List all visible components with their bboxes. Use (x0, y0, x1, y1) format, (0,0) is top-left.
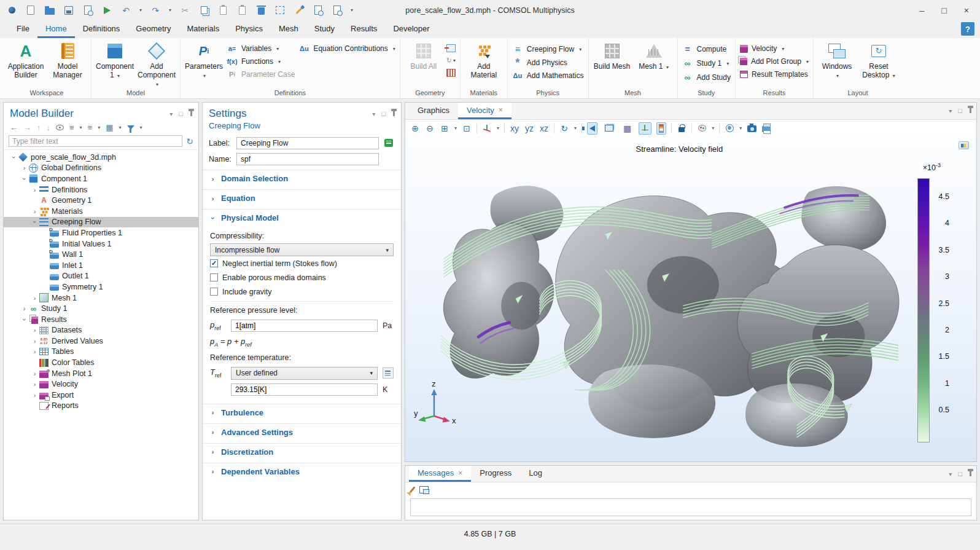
chevron-icon[interactable]: › (21, 175, 28, 183)
tab-progress[interactable]: Progress (471, 466, 520, 482)
menu-tab-materials[interactable]: Materials (179, 20, 227, 38)
show-grid-toggle[interactable]: ▦ (621, 122, 634, 135)
section-turbulence[interactable]: › Turbulence (203, 404, 401, 421)
chevron-icon[interactable]: › (20, 164, 28, 171)
compute-button[interactable]: = Compute (682, 44, 731, 54)
tab-log[interactable]: Log (520, 466, 551, 482)
tree-item-component1[interactable]: ›Component 1 (4, 173, 198, 184)
remove-details-button[interactable] (446, 69, 456, 77)
import-geometry-button[interactable] (446, 44, 456, 52)
copy-button[interactable] (198, 5, 209, 16)
chevron-icon[interactable]: › (31, 294, 39, 302)
tree-item-geometry1[interactable]: AGeometry 1 (4, 195, 198, 206)
parameters-button[interactable]: Pi Parameters▾ (185, 40, 223, 80)
pin-icon[interactable] (190, 111, 192, 116)
delete-button[interactable] (255, 5, 266, 16)
reference-pressure-input[interactable] (231, 320, 378, 332)
move-down-button[interactable]: ↓ (47, 123, 51, 132)
menu-tab-home[interactable]: Home (37, 20, 75, 38)
caret-down-icon[interactable]: ▾ (497, 125, 499, 131)
add-physics-button[interactable]: * Add Physics (512, 58, 584, 67)
show-color-legend-toggle[interactable] (656, 122, 666, 135)
add-material-button[interactable]: Add Material (465, 40, 503, 80)
rebuild-button[interactable]: ↻▾ (446, 57, 456, 65)
caret-down-icon[interactable]: ▾ (739, 125, 742, 131)
tree-item-color-tables[interactable]: Color Tables (4, 357, 198, 368)
tab-velocity[interactable]: Velocity× (458, 103, 511, 119)
result-templates-button[interactable]: Result Templates (740, 70, 809, 79)
menu-tab-definitions[interactable]: Definitions (75, 20, 128, 38)
chevron-icon[interactable]: › (31, 337, 39, 345)
model-tree-nodes-button[interactable]: ▦ (106, 123, 113, 132)
compressibility-select[interactable]: Incompressible flow ▾ (210, 243, 394, 256)
float-panel-icon[interactable]: □ (381, 110, 386, 117)
velocity-plot-button[interactable]: Velocity ▾ (740, 44, 809, 53)
menu-tab-mesh[interactable]: Mesh (271, 20, 306, 38)
add-study-button[interactable]: ∞ Add Study (682, 73, 731, 82)
rename-label-button[interactable] (383, 138, 395, 149)
parameter-case-button[interactable]: Pi Parameter Case (227, 70, 295, 79)
expand-all-button[interactable]: ≡ (69, 123, 74, 132)
graphics-viewport[interactable]: Streamline: Velocity field (405, 136, 976, 462)
tree-item-mesh1[interactable]: ›Mesh 1 (4, 293, 198, 304)
highlight-button[interactable] (294, 5, 305, 16)
zoom-out-icon[interactable]: ⊖ (425, 122, 435, 135)
view-xy-icon[interactable]: xy (510, 122, 519, 135)
tree-item-global-definitions[interactable]: ›Global Definitions (4, 163, 198, 174)
pin-icon[interactable] (970, 471, 971, 476)
equation-contributions-button[interactable]: Δu Equation Contributions ▾ (298, 44, 395, 53)
checkbox-icon[interactable] (210, 288, 218, 296)
help-button[interactable]: ? (961, 22, 974, 36)
name-input[interactable] (236, 153, 379, 165)
checkbox-checked-icon[interactable]: ✓ (210, 259, 218, 267)
scene-light-toggle[interactable] (587, 122, 597, 135)
back-button[interactable]: ← (10, 123, 18, 132)
tree-item-initial-values1[interactable]: Initial Values 1 (4, 238, 198, 249)
chevron-icon[interactable]: › (21, 315, 28, 323)
menu-tab-study[interactable]: Study (306, 20, 343, 38)
paste-button[interactable] (217, 5, 228, 16)
select-and-hide-icon[interactable] (677, 122, 686, 135)
chevron-icon[interactable]: › (31, 391, 39, 399)
zoom-extents-icon[interactable]: ⊡ (462, 122, 472, 135)
reference-temperature-select[interactable]: User defined ▾ (231, 367, 378, 380)
collapse-all-button[interactable]: ≡ (88, 123, 93, 132)
panel-menu-icon[interactable]: ▾ (169, 111, 173, 117)
rotate-view-icon[interactable]: ↻ (559, 122, 569, 135)
print-icon[interactable] (761, 122, 771, 135)
application-builder-button[interactable]: A Application Builder (7, 40, 45, 80)
close-button[interactable]: × (964, 6, 969, 15)
tree-item-results[interactable]: ›Results (4, 314, 198, 325)
forward-button[interactable]: → (23, 123, 31, 132)
run-button[interactable] (101, 5, 112, 16)
pin-icon[interactable] (393, 111, 395, 116)
panel-menu-icon[interactable]: ▾ (949, 108, 952, 114)
float-panel-icon[interactable]: □ (958, 107, 962, 114)
message-table-icon[interactable] (419, 486, 429, 493)
open-file-button[interactable] (44, 5, 55, 16)
close-tab-icon[interactable]: × (499, 106, 503, 114)
pin-icon[interactable] (970, 108, 971, 113)
chevron-icon[interactable]: › (31, 326, 39, 334)
menu-tab-physics[interactable]: Physics (227, 20, 271, 38)
environment-reflections-toggle[interactable] (602, 122, 616, 135)
filter-input[interactable] (9, 135, 182, 147)
go-to-view-icon[interactable] (482, 122, 492, 135)
chevron-icon[interactable]: › (10, 153, 18, 161)
reset-desktop-button[interactable]: ↻ Reset Desktop ▾ (860, 40, 898, 80)
minimize-button[interactable]: – (920, 6, 925, 15)
build-all-button[interactable]: Build All (405, 40, 443, 71)
temperature-list-button[interactable] (383, 367, 394, 379)
tree-item-symmetry1[interactable]: Symmetry 1 (4, 281, 198, 293)
reference-temperature-input[interactable] (231, 383, 378, 396)
float-panel-icon[interactable]: □ (958, 470, 962, 477)
screenshot-icon[interactable] (747, 122, 756, 135)
menu-tab-geometry[interactable]: Geometry (128, 20, 179, 38)
study1-button[interactable]: ∞ Study 1 ▾ (682, 58, 731, 68)
close-tab-icon[interactable]: × (458, 469, 462, 477)
show-options-button[interactable] (56, 125, 64, 130)
clear-messages-icon[interactable] (409, 486, 415, 493)
tree-item-definitions[interactable]: ›Definitions (4, 184, 198, 195)
undo-caret-icon[interactable]: ▾ (139, 7, 142, 13)
float-panel-icon[interactable]: □ (179, 110, 183, 117)
